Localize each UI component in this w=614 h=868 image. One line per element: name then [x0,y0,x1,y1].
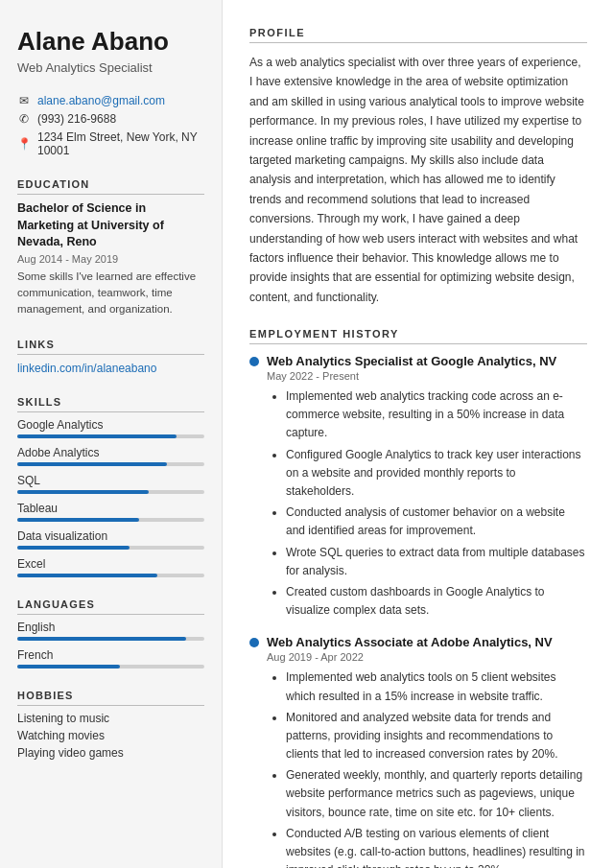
employment-title: EMPLOYMENT HISTORY [249,328,587,344]
hobby-item: Playing video games [17,746,204,760]
skill-item: Tableau [17,502,204,522]
email-icon: ✉ [17,94,31,107]
skill-label: Google Analytics [17,418,204,432]
job-bullet: Conducted A/B testing on various element… [286,825,587,868]
language-item: English [17,621,204,641]
skill-bar-fill [17,574,157,577]
skill-item: Adobe Analytics [17,446,204,466]
email-link[interactable]: alane.abano@gmail.com [37,94,165,107]
jobs-list: Web Analytics Specialist at Google Analy… [249,354,587,868]
job-bullet: Generated weekly, monthly, and quarterly… [286,766,587,822]
skill-label: SQL [17,474,204,487]
education-title: EDUCATION [17,178,204,195]
links-title: LINKS [17,339,204,355]
skill-bar-fill [17,490,149,494]
skill-item: Excel [17,557,204,577]
skills-list: Google Analytics Adobe Analytics SQL Tab… [17,418,204,577]
location-icon: 📍 [17,137,31,151]
language-label: English [17,621,204,634]
language-bar-fill [17,665,120,669]
skill-bar-bg [17,434,204,438]
contact-phone: ✆ (993) 216-9688 [17,112,204,126]
skill-bar-bg [17,546,204,550]
skill-bar-bg [17,518,204,522]
language-label: French [17,648,204,662]
employment-section: EMPLOYMENT HISTORY Web Analytics Special… [249,328,587,868]
resume-container: Alane Abano Web Analytics Specialist ✉ a… [0,0,614,868]
contact-address: 📍 1234 Elm Street, New York, NY 10001 [17,130,204,157]
job-item: Web Analytics Specialist at Google Analy… [249,354,587,620]
skill-label: Tableau [17,502,204,515]
linkedin-link-container: linkedin.com/in/alaneabano [17,361,204,375]
job-bullet: Wrote SQL queries to extract data from m… [286,544,587,580]
job-title-text: Web Analytics Associate at Adobe Analyti… [267,635,553,649]
skill-bar-bg [17,462,204,466]
job-dot [249,638,259,647]
sidebar: Alane Abano Web Analytics Specialist ✉ a… [0,0,223,868]
skill-bar-fill [17,434,177,438]
skill-bar-fill [17,518,139,522]
skill-item: Google Analytics [17,418,204,438]
hobbies-list: Listening to musicWatching moviesPlaying… [17,712,204,760]
phone-icon: ✆ [17,112,31,126]
linkedin-link[interactable]: linkedin.com/in/alaneabano [17,362,156,375]
language-bar-fill [17,637,186,641]
skill-bar-fill [17,462,167,466]
full-name: Alane Abano [17,27,204,57]
languages-list: English French [17,621,204,669]
language-bar-bg [17,665,204,669]
job-bullet: Conducted analysis of customer behavior … [286,504,587,540]
job-dates: May 2022 - Present [267,370,587,382]
job-dot [249,357,259,366]
skill-bar-fill [17,546,130,550]
job-bullet: Configured Google Analytics to track key… [286,446,587,502]
skill-item: Data visualization [17,529,204,550]
skill-bar-bg [17,574,204,577]
job-title: Web Analytics Associate at Adobe Analyti… [249,635,587,649]
address-text: 1234 Elm Street, New York, NY 10001 [37,130,204,157]
contact-email: ✉ alane.abano@gmail.com [17,94,204,107]
job-bullet: Implemented web analytics tools on 5 cli… [286,669,587,705]
job-title-text: Web Analytics Specialist at Google Analy… [267,354,556,368]
profile-text: As a web analytics specialist with over … [249,53,587,307]
job-item: Web Analytics Associate at Adobe Analyti… [249,635,587,868]
edu-dates: Aug 2014 - May 2019 [17,253,204,265]
languages-title: LANGUAGES [17,598,204,615]
language-bar-bg [17,637,204,641]
main-content: PROFILE As a web analytics specialist wi… [223,0,614,868]
skill-label: Adobe Analytics [17,446,204,459]
job-bullet: Implemented web analytics tracking code … [286,387,587,443]
job-bullet: Created custom dashboards in Google Anal… [286,583,587,620]
hobby-item: Listening to music [17,712,204,725]
language-item: French [17,648,204,669]
skills-title: SKILLS [17,396,204,412]
hobby-item: Watching movies [17,729,204,742]
skill-label: Excel [17,557,204,571]
job-title: Web Analytics Specialist [17,60,204,75]
profile-title: PROFILE [249,27,587,43]
phone-number: (993) 216-9688 [37,112,116,126]
job-title: Web Analytics Specialist at Google Analy… [249,354,587,368]
edu-description: Some skills I've learned are effective c… [17,269,204,318]
edu-degree: Bachelor of Science in Marketing at Univ… [17,200,204,251]
hobbies-title: HOBBIES [17,690,204,706]
job-bullets-list: Implemented web analytics tracking code … [274,387,587,620]
skill-bar-bg [17,490,204,494]
job-bullets-list: Implemented web analytics tools on 5 cli… [274,669,587,868]
job-bullet: Monitored and analyzed website data for … [286,709,587,764]
skill-label: Data visualization [17,529,204,543]
job-dates: Aug 2019 - Apr 2022 [267,651,587,663]
skill-item: SQL [17,474,204,494]
